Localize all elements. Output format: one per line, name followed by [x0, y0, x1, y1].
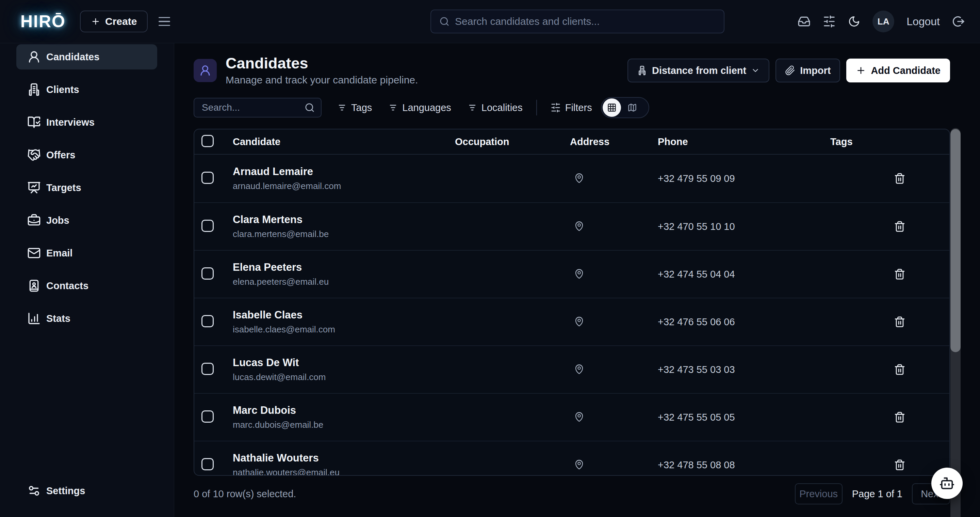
inbox-icon[interactable]: [798, 15, 811, 28]
building-icon: [27, 83, 41, 96]
plus-icon: [856, 65, 866, 76]
robot-icon: [939, 476, 955, 491]
filter-lines-icon: [468, 103, 477, 112]
contact-book-icon: [27, 279, 41, 292]
tags-filter-button[interactable]: Tags: [337, 102, 372, 113]
sidebar-item-offers[interactable]: Offers: [16, 142, 157, 168]
plus-icon: [91, 17, 100, 26]
sidebar-item-targets[interactable]: Targets: [16, 175, 157, 200]
sidebar-item-interviews[interactable]: Interviews: [16, 110, 157, 135]
logout-icon[interactable]: [952, 15, 965, 28]
page-icon-chip: [194, 59, 217, 82]
sidebar-item-jobs[interactable]: Jobs: [16, 208, 157, 233]
add-candidate-button[interactable]: Add Candidate: [846, 59, 950, 82]
localities-filter-button[interactable]: Localities: [468, 102, 523, 113]
main-content: Candidates Manage and track your candida…: [174, 43, 980, 517]
table-header: Candidate Occupation Address Phone Tags: [194, 129, 950, 155]
delete-icon[interactable]: [894, 221, 905, 232]
column-header-occupation[interactable]: Occupation: [455, 136, 570, 147]
page-subtitle: Manage and track your candidate pipeline…: [226, 74, 418, 86]
row-checkbox[interactable]: [202, 220, 214, 232]
column-header-phone[interactable]: Phone: [658, 136, 830, 147]
map-pin-icon[interactable]: [573, 363, 585, 375]
create-button[interactable]: Create: [80, 11, 148, 32]
candidate-name: Isabelle Claes: [233, 309, 455, 321]
table-row[interactable]: Clara Mertens clara.mertens@email.be +32…: [194, 202, 950, 250]
candidates-table: Candidate Occupation Address Phone Tags …: [194, 129, 950, 476]
map-pin-icon[interactable]: [573, 220, 585, 231]
row-checkbox[interactable]: [202, 267, 214, 279]
row-checkbox[interactable]: [202, 410, 214, 423]
candidate-phone: +32 475 55 05 05: [658, 412, 830, 423]
row-checkbox[interactable]: [202, 172, 214, 184]
app-logo: HIRŌ: [21, 11, 66, 31]
paperclip-icon: [785, 65, 795, 76]
search-icon: [305, 102, 315, 113]
table-row[interactable]: Arnaud Lemaire arnaud.lemaire@email.com …: [194, 155, 950, 202]
map-pin-icon[interactable]: [573, 411, 585, 422]
table-row[interactable]: Nathalie Wouters nathalie.wouters@email.…: [194, 441, 950, 476]
menu-icon[interactable]: [159, 14, 172, 28]
row-checkbox[interactable]: [202, 315, 214, 327]
map-pin-icon[interactable]: [573, 458, 585, 470]
sliders-icon: [550, 102, 561, 113]
scrollbar-track[interactable]: [950, 128, 961, 517]
column-header-address[interactable]: Address: [570, 136, 658, 147]
candidate-name: Lucas De Wit: [233, 357, 455, 369]
table-row[interactable]: Elena Peeters elena.peeters@email.eu +32…: [194, 250, 950, 298]
table-row[interactable]: Lucas De Wit lucas.dewit@email.com +32 4…: [194, 345, 950, 393]
row-checkbox[interactable]: [202, 458, 214, 470]
search-icon: [439, 16, 450, 27]
sliders-icon[interactable]: [823, 15, 836, 28]
table-search-input[interactable]: [202, 102, 301, 113]
map-pin-icon[interactable]: [573, 268, 585, 279]
delete-icon[interactable]: [894, 412, 905, 423]
delete-icon[interactable]: [894, 364, 905, 375]
delete-icon[interactable]: [894, 316, 905, 328]
map-pin-icon[interactable]: [573, 315, 585, 327]
scrollbar-thumb[interactable]: [950, 129, 961, 352]
delete-icon[interactable]: [894, 268, 905, 280]
import-button[interactable]: Import: [775, 59, 840, 82]
filters-button[interactable]: Filters: [550, 102, 592, 113]
user-icon: [199, 64, 211, 77]
table-view-icon[interactable]: [603, 99, 621, 117]
sidebar-item-stats[interactable]: Stats: [16, 306, 157, 331]
candidate-name: Elena Peeters: [233, 261, 455, 273]
avatar[interactable]: LA: [872, 11, 894, 32]
languages-filter-button[interactable]: Languages: [388, 102, 451, 113]
sidebar-item-email[interactable]: Email: [16, 241, 157, 266]
topbar: HIRŌ Create LA Logout: [0, 0, 980, 43]
delete-icon[interactable]: [894, 459, 905, 471]
table-search: [194, 98, 321, 118]
global-search-input[interactable]: [455, 16, 716, 27]
filter-lines-icon: [388, 103, 398, 112]
page-indicator: Page 1 of 1: [852, 488, 902, 499]
map-pin-icon[interactable]: [573, 172, 585, 184]
candidate-phone: +32 470 55 10 10: [658, 221, 830, 232]
settings-icon: [27, 484, 41, 498]
sidebar-item-contacts[interactable]: Contacts: [16, 273, 157, 298]
map-view-icon[interactable]: [623, 99, 641, 117]
view-toggle: [601, 97, 649, 118]
table-row[interactable]: Isabelle Claes isabelle.claes@email.com …: [194, 298, 950, 345]
select-all-checkbox[interactable]: [202, 135, 214, 147]
column-header-candidate[interactable]: Candidate: [233, 136, 455, 147]
candidate-email: arnaud.lemaire@email.com: [233, 181, 455, 191]
sidebar-item-candidates[interactable]: Candidates: [16, 44, 157, 69]
sidebar-item-settings[interactable]: Settings: [16, 478, 157, 503]
assistant-bot-button[interactable]: [931, 468, 963, 499]
logout-button[interactable]: Logout: [907, 15, 940, 28]
column-header-tags[interactable]: Tags: [830, 136, 892, 147]
candidate-email: marc.dubois@email.be: [233, 420, 455, 430]
distance-from-client-button[interactable]: Distance from client: [627, 59, 769, 82]
selection-status: 0 of 10 row(s) selected.: [194, 488, 296, 499]
candidate-phone: +32 473 55 03 03: [658, 364, 830, 375]
table-row[interactable]: Marc Dubois marc.dubois@email.be +32 475…: [194, 393, 950, 441]
sidebar-item-clients[interactable]: Clients: [16, 77, 157, 102]
moon-icon[interactable]: [848, 15, 860, 27]
previous-page-button[interactable]: Previous: [795, 483, 843, 504]
briefcase-icon: [27, 214, 41, 227]
row-checkbox[interactable]: [202, 363, 214, 375]
delete-icon[interactable]: [894, 173, 905, 184]
